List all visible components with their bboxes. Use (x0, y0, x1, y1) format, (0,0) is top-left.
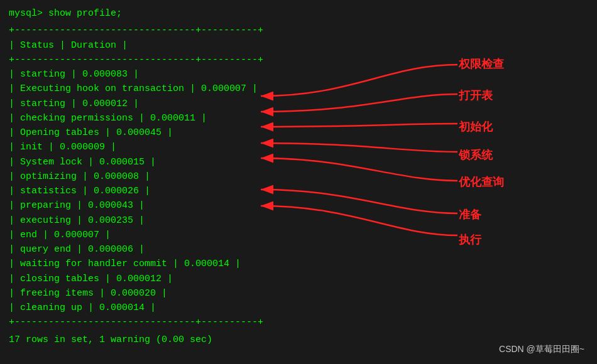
annotation-zhixing: 执行 (459, 232, 481, 247)
annotation-label-zhixing: 执行 (459, 232, 481, 247)
annotation-label-youhua: 优化查询 (459, 174, 504, 190)
annotation-youhua: 优化查询 (459, 174, 504, 190)
annotation-label-quanxian: 权限检查 (459, 56, 504, 72)
table-row: | waiting for handler commit | 0.000014 … (9, 257, 588, 271)
table-row: | cleaning up | 0.000014 | (9, 301, 588, 315)
annotation-dakaibiao: 打开表 (459, 88, 493, 103)
table-header: | Status | Duration | (9, 38, 588, 53)
table-body: | starting | 0.000083 || Executing hook … (9, 67, 588, 315)
annotation-label-chushihua: 初始化 (459, 119, 493, 134)
annotation-label-zhunbei: 准备 (459, 207, 481, 222)
annotation-xitong: 锁系统 (459, 147, 493, 163)
divider-bottom: +--------------------------------+------… (9, 315, 588, 329)
table-row: | System lock | 0.000015 | (9, 155, 588, 169)
table-row: | end | 0.000007 | (9, 228, 588, 242)
table-row: | Executing hook on transaction | 0.0000… (9, 82, 588, 96)
annotation-label-xitong: 锁系统 (459, 147, 493, 163)
table-row: | freeing items | 0.000020 | (9, 286, 588, 301)
annotation-zhunbei: 准备 (459, 207, 481, 222)
command-line: mysql> show profile; (9, 6, 588, 21)
table-row: | init | 0.000009 | (9, 140, 588, 154)
table-row: | checking permissions | 0.000011 | (9, 111, 588, 126)
table-row: | query end | 0.000006 | (9, 242, 588, 257)
terminal: mysql> show profile; +------------------… (0, 0, 597, 364)
table-row: | starting | 0.000012 | (9, 97, 588, 111)
annotation-label-dakaibiao: 打开表 (459, 88, 493, 103)
table-row: | executing | 0.000235 | (9, 213, 588, 228)
table-row: | preparing | 0.000043 | (9, 198, 588, 213)
table-row: | Opening tables | 0.000045 | (9, 126, 588, 140)
watermark: CSDN @草莓田田圈~ (499, 344, 584, 355)
annotation-chushihua: 初始化 (459, 119, 493, 134)
divider-top: +--------------------------------+------… (9, 23, 588, 38)
annotation-quanxian: 权限检查 (459, 56, 504, 72)
table-row: | closing tables | 0.000012 | (9, 272, 588, 286)
